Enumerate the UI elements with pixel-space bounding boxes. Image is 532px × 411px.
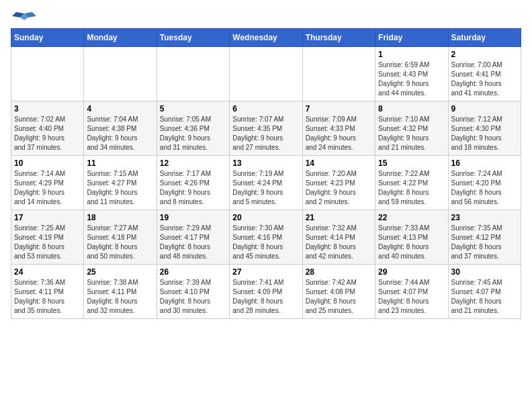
- day-info: Sunrise: 7:36 AM Sunset: 4:11 PM Dayligh…: [14, 278, 81, 316]
- day-info: Sunrise: 7:20 AM Sunset: 4:23 PM Dayligh…: [306, 169, 372, 207]
- day-info: Sunrise: 7:32 AM Sunset: 4:14 PM Dayligh…: [306, 224, 372, 261]
- day-number: 9: [451, 104, 518, 113]
- calendar-cell: 27Sunrise: 7:41 AM Sunset: 4:09 PM Dayli…: [230, 265, 302, 319]
- day-number: 2: [451, 50, 518, 59]
- calendar-week-row: 3Sunrise: 7:02 AM Sunset: 4:40 PM Daylig…: [11, 101, 521, 156]
- calendar-week-row: 24Sunrise: 7:36 AM Sunset: 4:11 PM Dayli…: [11, 265, 521, 319]
- calendar-cell: 28Sunrise: 7:42 AM Sunset: 4:08 PM Dayli…: [302, 265, 375, 319]
- calendar-cell: 29Sunrise: 7:44 AM Sunset: 4:07 PM Dayli…: [375, 265, 448, 319]
- calendar-cell: [84, 47, 157, 101]
- calendar-header-row: SundayMondayTuesdayWednesdayThursdayFrid…: [11, 29, 521, 47]
- day-info: Sunrise: 7:17 AM Sunset: 4:26 PM Dayligh…: [160, 169, 226, 207]
- calendar-cell: 21Sunrise: 7:32 AM Sunset: 4:14 PM Dayli…: [302, 210, 375, 265]
- weekday-header: Tuesday: [157, 29, 229, 47]
- calendar-cell: 10Sunrise: 7:14 AM Sunset: 4:29 PM Dayli…: [11, 156, 84, 210]
- calendar-week-row: 1Sunrise: 6:59 AM Sunset: 4:43 PM Daylig…: [11, 47, 521, 101]
- calendar-cell: 30Sunrise: 7:45 AM Sunset: 4:07 PM Dayli…: [448, 265, 521, 319]
- calendar-cell: 3Sunrise: 7:02 AM Sunset: 4:40 PM Daylig…: [11, 101, 84, 156]
- day-info: Sunrise: 7:38 AM Sunset: 4:11 PM Dayligh…: [87, 278, 153, 316]
- calendar-cell: 7Sunrise: 7:09 AM Sunset: 4:33 PM Daylig…: [302, 101, 375, 156]
- logo-bird-icon: [12, 11, 36, 26]
- page-header: [11, 11, 521, 23]
- calendar-cell: 14Sunrise: 7:20 AM Sunset: 4:23 PM Dayli…: [302, 156, 375, 210]
- day-number: 4: [87, 104, 153, 113]
- calendar-cell: 5Sunrise: 7:05 AM Sunset: 4:36 PM Daylig…: [157, 101, 229, 156]
- day-info: Sunrise: 7:07 AM Sunset: 4:35 PM Dayligh…: [232, 115, 299, 152]
- weekday-header: Monday: [84, 29, 157, 47]
- calendar-cell: 15Sunrise: 7:22 AM Sunset: 4:22 PM Dayli…: [375, 156, 448, 210]
- day-number: 26: [160, 267, 226, 277]
- day-info: Sunrise: 7:41 AM Sunset: 4:09 PM Dayligh…: [232, 278, 299, 316]
- weekday-header: Wednesday: [230, 29, 302, 47]
- day-number: 6: [232, 104, 299, 113]
- calendar-cell: 4Sunrise: 7:04 AM Sunset: 4:38 PM Daylig…: [84, 101, 157, 156]
- calendar-cell: 2Sunrise: 7:00 AM Sunset: 4:41 PM Daylig…: [448, 47, 521, 101]
- day-number: 1: [378, 50, 445, 59]
- weekday-header: Friday: [375, 29, 448, 47]
- day-number: 22: [378, 213, 445, 222]
- day-info: Sunrise: 7:09 AM Sunset: 4:33 PM Dayligh…: [306, 115, 372, 152]
- day-number: 10: [14, 158, 81, 168]
- calendar-cell: 17Sunrise: 7:25 AM Sunset: 4:19 PM Dayli…: [11, 210, 84, 265]
- calendar-cell: [157, 47, 229, 101]
- day-info: Sunrise: 7:39 AM Sunset: 4:10 PM Dayligh…: [160, 278, 226, 316]
- day-info: Sunrise: 7:33 AM Sunset: 4:13 PM Dayligh…: [378, 224, 445, 261]
- calendar-cell: 6Sunrise: 7:07 AM Sunset: 4:35 PM Daylig…: [230, 101, 302, 156]
- day-info: Sunrise: 7:15 AM Sunset: 4:27 PM Dayligh…: [87, 169, 153, 207]
- day-info: Sunrise: 7:19 AM Sunset: 4:24 PM Dayligh…: [232, 169, 299, 207]
- day-info: Sunrise: 7:25 AM Sunset: 4:19 PM Dayligh…: [14, 224, 81, 261]
- calendar-cell: 9Sunrise: 7:12 AM Sunset: 4:30 PM Daylig…: [448, 101, 521, 156]
- day-info: Sunrise: 7:22 AM Sunset: 4:22 PM Dayligh…: [378, 169, 445, 207]
- day-number: 11: [87, 158, 153, 168]
- day-info: Sunrise: 7:00 AM Sunset: 4:41 PM Dayligh…: [451, 60, 518, 98]
- day-info: Sunrise: 7:10 AM Sunset: 4:32 PM Dayligh…: [378, 115, 445, 152]
- day-number: 25: [87, 267, 153, 277]
- calendar-week-row: 10Sunrise: 7:14 AM Sunset: 4:29 PM Dayli…: [11, 156, 521, 210]
- day-info: Sunrise: 7:04 AM Sunset: 4:38 PM Dayligh…: [87, 115, 153, 152]
- calendar-cell: 24Sunrise: 7:36 AM Sunset: 4:11 PM Dayli…: [11, 265, 84, 319]
- day-info: Sunrise: 7:44 AM Sunset: 4:07 PM Dayligh…: [378, 278, 445, 316]
- day-info: Sunrise: 7:30 AM Sunset: 4:16 PM Dayligh…: [232, 224, 299, 261]
- day-number: 14: [306, 158, 372, 168]
- calendar-table: SundayMondayTuesdayWednesdayThursdayFrid…: [11, 28, 521, 319]
- day-info: Sunrise: 7:05 AM Sunset: 4:36 PM Dayligh…: [160, 115, 226, 152]
- day-number: 12: [160, 158, 226, 168]
- day-number: 3: [14, 104, 81, 113]
- day-info: Sunrise: 7:14 AM Sunset: 4:29 PM Dayligh…: [14, 169, 81, 207]
- day-info: Sunrise: 7:12 AM Sunset: 4:30 PM Dayligh…: [451, 115, 518, 152]
- calendar-cell: [302, 47, 375, 101]
- day-info: Sunrise: 7:42 AM Sunset: 4:08 PM Dayligh…: [306, 278, 372, 316]
- calendar-week-row: 17Sunrise: 7:25 AM Sunset: 4:19 PM Dayli…: [11, 210, 521, 265]
- day-number: 13: [232, 158, 299, 168]
- day-number: 24: [14, 267, 81, 277]
- weekday-header: Sunday: [11, 29, 84, 47]
- day-number: 29: [378, 267, 445, 277]
- calendar-cell: 25Sunrise: 7:38 AM Sunset: 4:11 PM Dayli…: [84, 265, 157, 319]
- calendar-cell: 16Sunrise: 7:24 AM Sunset: 4:20 PM Dayli…: [448, 156, 521, 210]
- day-number: 30: [451, 267, 518, 277]
- day-info: Sunrise: 7:45 AM Sunset: 4:07 PM Dayligh…: [451, 278, 518, 316]
- day-info: Sunrise: 7:27 AM Sunset: 4:18 PM Dayligh…: [87, 224, 153, 261]
- weekday-header: Thursday: [302, 29, 375, 47]
- day-info: Sunrise: 6:59 AM Sunset: 4:43 PM Dayligh…: [378, 60, 445, 98]
- day-number: 27: [232, 267, 299, 277]
- day-info: Sunrise: 7:02 AM Sunset: 4:40 PM Dayligh…: [14, 115, 81, 152]
- day-number: 8: [378, 104, 445, 113]
- calendar-cell: 8Sunrise: 7:10 AM Sunset: 4:32 PM Daylig…: [375, 101, 448, 156]
- calendar-cell: 20Sunrise: 7:30 AM Sunset: 4:16 PM Dayli…: [230, 210, 302, 265]
- day-number: 7: [306, 104, 372, 113]
- weekday-header: Saturday: [448, 29, 521, 47]
- day-info: Sunrise: 7:24 AM Sunset: 4:20 PM Dayligh…: [451, 169, 518, 207]
- calendar-cell: 18Sunrise: 7:27 AM Sunset: 4:18 PM Dayli…: [84, 210, 157, 265]
- logo: [11, 11, 36, 23]
- day-number: 28: [306, 267, 372, 277]
- day-number: 19: [160, 213, 226, 222]
- calendar-cell: [11, 47, 84, 101]
- calendar-cell: 12Sunrise: 7:17 AM Sunset: 4:26 PM Dayli…: [157, 156, 229, 210]
- day-number: 18: [87, 213, 153, 222]
- day-info: Sunrise: 7:29 AM Sunset: 4:17 PM Dayligh…: [160, 224, 226, 261]
- calendar-cell: 11Sunrise: 7:15 AM Sunset: 4:27 PM Dayli…: [84, 156, 157, 210]
- calendar-cell: 26Sunrise: 7:39 AM Sunset: 4:10 PM Dayli…: [157, 265, 229, 319]
- calendar-cell: [230, 47, 302, 101]
- day-number: 20: [232, 213, 299, 222]
